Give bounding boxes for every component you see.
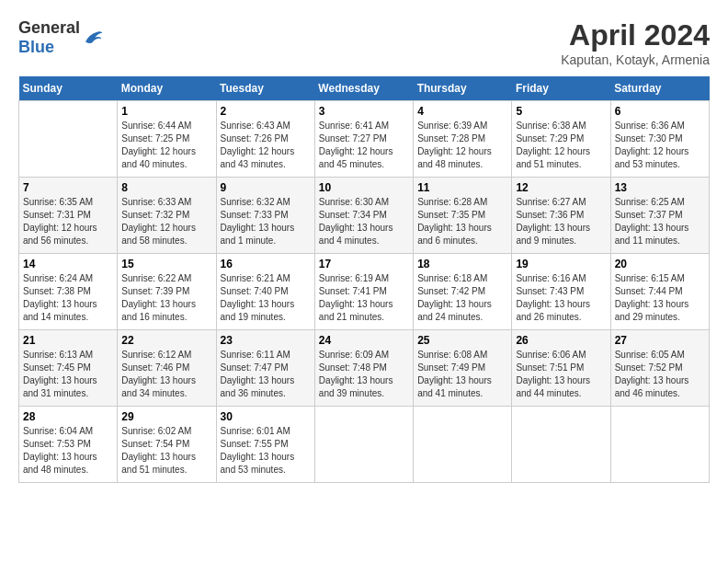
day-info: Sunrise: 6:19 AMSunset: 7:41 PMDaylight:… — [319, 272, 409, 324]
day-number: 25 — [417, 334, 507, 347]
day-info: Sunrise: 6:32 AMSunset: 7:33 PMDaylight:… — [221, 196, 311, 247]
day-number: 4 — [417, 105, 507, 118]
day-info: Sunrise: 6:06 AMSunset: 7:51 PMDaylight:… — [516, 349, 606, 400]
calendar-week-row: 28Sunrise: 6:04 AMSunset: 7:53 PMDayligh… — [19, 407, 710, 483]
day-number: 2 — [221, 105, 311, 118]
calendar-cell: 25Sunrise: 6:08 AMSunset: 7:49 PMDayligh… — [414, 330, 512, 407]
day-info: Sunrise: 6:43 AMSunset: 7:26 PMDaylight:… — [221, 120, 311, 171]
calendar-cell — [314, 407, 413, 483]
logo-blue: Blue — [18, 38, 54, 56]
day-number: 23 — [221, 334, 311, 347]
day-number: 18 — [417, 258, 507, 270]
day-info: Sunrise: 6:36 AMSunset: 7:30 PMDaylight:… — [615, 120, 705, 171]
weekday-header-thursday: Thursday — [414, 76, 512, 101]
calendar-cell: 28Sunrise: 6:04 AMSunset: 7:53 PMDayligh… — [19, 407, 118, 483]
calendar-cell: 8Sunrise: 6:33 AMSunset: 7:32 PMDaylight… — [118, 178, 216, 254]
calendar-week-row: 21Sunrise: 6:13 AMSunset: 7:45 PMDayligh… — [19, 330, 710, 407]
logo-text: General Blue — [18, 18, 80, 57]
calendar-cell: 5Sunrise: 6:38 AMSunset: 7:29 PMDaylight… — [512, 101, 610, 178]
day-number: 1 — [121, 105, 211, 118]
calendar-cell: 10Sunrise: 6:30 AMSunset: 7:34 PMDayligh… — [314, 178, 413, 254]
logo: General Blue — [18, 18, 104, 57]
calendar-cell: 1Sunrise: 6:44 AMSunset: 7:25 PMDaylight… — [118, 101, 216, 178]
calendar-cell: 16Sunrise: 6:21 AMSunset: 7:40 PMDayligh… — [216, 254, 314, 330]
day-info: Sunrise: 6:04 AMSunset: 7:53 PMDaylight:… — [23, 425, 113, 477]
calendar-cell: 18Sunrise: 6:18 AMSunset: 7:42 PMDayligh… — [414, 254, 512, 330]
day-number: 30 — [221, 410, 311, 423]
calendar-cell: 20Sunrise: 6:15 AMSunset: 7:44 PMDayligh… — [610, 254, 709, 330]
calendar-cell: 3Sunrise: 6:41 AMSunset: 7:27 PMDaylight… — [314, 101, 413, 178]
calendar-cell: 7Sunrise: 6:35 AMSunset: 7:31 PMDaylight… — [19, 178, 118, 254]
calendar-cell: 12Sunrise: 6:27 AMSunset: 7:36 PMDayligh… — [512, 178, 610, 254]
day-info: Sunrise: 6:27 AMSunset: 7:36 PMDaylight:… — [516, 196, 606, 247]
calendar-cell: 23Sunrise: 6:11 AMSunset: 7:47 PMDayligh… — [216, 330, 314, 407]
logo-bird-icon — [82, 29, 104, 47]
day-number: 13 — [615, 181, 705, 194]
day-info: Sunrise: 6:33 AMSunset: 7:32 PMDaylight:… — [121, 196, 211, 247]
day-info: Sunrise: 6:02 AMSunset: 7:54 PMDaylight:… — [121, 425, 211, 477]
day-info: Sunrise: 6:35 AMSunset: 7:31 PMDaylight:… — [23, 196, 113, 247]
day-info: Sunrise: 6:12 AMSunset: 7:46 PMDaylight:… — [121, 349, 211, 400]
day-number: 6 — [615, 105, 705, 118]
day-number: 12 — [516, 181, 606, 194]
page-header: General Blue April 2024 Kaputan, Kotayk,… — [18, 18, 710, 67]
day-info: Sunrise: 6:05 AMSunset: 7:52 PMDaylight:… — [615, 349, 705, 400]
day-info: Sunrise: 6:41 AMSunset: 7:27 PMDaylight:… — [319, 120, 409, 171]
weekday-header-monday: Monday — [118, 76, 216, 101]
day-info: Sunrise: 6:11 AMSunset: 7:47 PMDaylight:… — [221, 349, 311, 400]
calendar-cell: 19Sunrise: 6:16 AMSunset: 7:43 PMDayligh… — [512, 254, 610, 330]
day-info: Sunrise: 6:44 AMSunset: 7:25 PMDaylight:… — [121, 120, 211, 171]
calendar-cell: 9Sunrise: 6:32 AMSunset: 7:33 PMDaylight… — [216, 178, 314, 254]
day-number: 17 — [319, 258, 409, 270]
day-number: 21 — [23, 334, 113, 347]
day-info: Sunrise: 6:38 AMSunset: 7:29 PMDaylight:… — [516, 120, 606, 171]
day-info: Sunrise: 6:25 AMSunset: 7:37 PMDaylight:… — [615, 196, 705, 247]
calendar-cell — [512, 407, 610, 483]
day-info: Sunrise: 6:01 AMSunset: 7:55 PMDaylight:… — [221, 425, 311, 477]
day-number: 11 — [417, 181, 507, 194]
day-number: 7 — [23, 181, 113, 194]
day-number: 10 — [319, 181, 409, 194]
calendar-week-row: 7Sunrise: 6:35 AMSunset: 7:31 PMDaylight… — [19, 178, 710, 254]
location-subtitle: Kaputan, Kotayk, Armenia — [561, 52, 710, 67]
calendar-cell: 4Sunrise: 6:39 AMSunset: 7:28 PMDaylight… — [414, 101, 512, 178]
calendar-cell: 24Sunrise: 6:09 AMSunset: 7:48 PMDayligh… — [314, 330, 413, 407]
calendar-cell: 22Sunrise: 6:12 AMSunset: 7:46 PMDayligh… — [118, 330, 216, 407]
day-number: 15 — [121, 258, 211, 270]
day-number: 8 — [121, 181, 211, 194]
day-number: 28 — [23, 410, 113, 423]
day-number: 29 — [121, 410, 211, 423]
day-info: Sunrise: 6:18 AMSunset: 7:42 PMDaylight:… — [417, 272, 507, 324]
calendar-cell: 2Sunrise: 6:43 AMSunset: 7:26 PMDaylight… — [216, 101, 314, 178]
day-number: 26 — [516, 334, 606, 347]
calendar-cell: 29Sunrise: 6:02 AMSunset: 7:54 PMDayligh… — [118, 407, 216, 483]
day-info: Sunrise: 6:08 AMSunset: 7:49 PMDaylight:… — [417, 349, 507, 400]
day-number: 22 — [121, 334, 211, 347]
calendar-cell: 21Sunrise: 6:13 AMSunset: 7:45 PMDayligh… — [19, 330, 118, 407]
day-number: 19 — [516, 258, 606, 270]
calendar-cell: 13Sunrise: 6:25 AMSunset: 7:37 PMDayligh… — [610, 178, 709, 254]
month-year-title: April 2024 — [561, 18, 710, 52]
day-number: 3 — [319, 105, 409, 118]
day-number: 9 — [221, 181, 311, 194]
calendar-cell — [414, 407, 512, 483]
day-number: 24 — [319, 334, 409, 347]
day-number: 27 — [615, 334, 705, 347]
day-number: 14 — [23, 258, 113, 270]
day-info: Sunrise: 6:16 AMSunset: 7:43 PMDaylight:… — [516, 272, 606, 324]
day-number: 16 — [221, 258, 311, 270]
calendar-cell: 17Sunrise: 6:19 AMSunset: 7:41 PMDayligh… — [314, 254, 413, 330]
day-info: Sunrise: 6:21 AMSunset: 7:40 PMDaylight:… — [221, 272, 311, 324]
weekday-header-sunday: Sunday — [19, 76, 118, 101]
day-info: Sunrise: 6:09 AMSunset: 7:48 PMDaylight:… — [319, 349, 409, 400]
calendar-table: SundayMondayTuesdayWednesdayThursdayFrid… — [18, 76, 710, 483]
calendar-cell — [610, 407, 709, 483]
day-info: Sunrise: 6:22 AMSunset: 7:39 PMDaylight:… — [121, 272, 211, 324]
calendar-cell: 14Sunrise: 6:24 AMSunset: 7:38 PMDayligh… — [19, 254, 118, 330]
title-area: April 2024 Kaputan, Kotayk, Armenia — [561, 18, 710, 67]
day-number: 20 — [615, 258, 705, 270]
calendar-cell: 11Sunrise: 6:28 AMSunset: 7:35 PMDayligh… — [414, 178, 512, 254]
calendar-cell: 27Sunrise: 6:05 AMSunset: 7:52 PMDayligh… — [610, 330, 709, 407]
weekday-header-tuesday: Tuesday — [216, 76, 314, 101]
calendar-cell: 6Sunrise: 6:36 AMSunset: 7:30 PMDaylight… — [610, 101, 709, 178]
